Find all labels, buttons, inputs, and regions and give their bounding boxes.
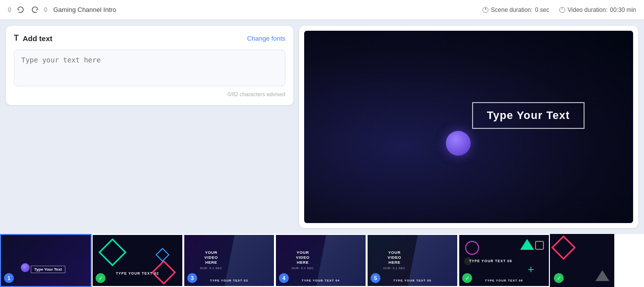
scene-duration-value: 0 sec: [535, 6, 549, 13]
film-3-bottom-text: TYPE YOUR TEXT 03: [210, 279, 248, 282]
scene-duration-label: Scene duration:: [491, 6, 533, 13]
video-duration-value: 00:30 min: [610, 6, 636, 13]
filmstrip-item-1[interactable]: Type Your Text 1: [0, 234, 92, 287]
topbar-right: Scene duration: 0 sec Video duration: 00…: [483, 6, 636, 13]
left-panel: T Add text Change fonts 0/82 characters …: [6, 26, 293, 228]
video-duration: Video duration: 00:30 min: [559, 6, 636, 13]
film-7-triangle: [595, 270, 609, 281]
film-badge-3: 3: [187, 273, 197, 283]
redo-icon: [31, 6, 39, 14]
film-5-bottom-text: TYPE YOUR TEXT 05: [393, 279, 431, 282]
change-fonts-button[interactable]: Change fonts: [247, 35, 285, 42]
filmstrip-item-3[interactable]: YOURVIDEOHEREDUR: 0.1 SEC TYPE YOUR TEXT…: [183, 234, 275, 287]
filmstrip-item-7[interactable]: ✓: [550, 234, 614, 287]
film-check-2: ✓: [96, 273, 106, 283]
film-5-person: [408, 235, 457, 286]
preview-text-box[interactable]: Type Your Text: [472, 102, 585, 129]
shape-rect: [535, 241, 544, 250]
add-text-panel: T Add text Change fonts 0/82 characters …: [6, 26, 293, 105]
film-4-bg: YOURVIDEOHEREDUR: 0.1 SEC TYPE YOUR TEXT…: [276, 235, 366, 286]
filmstrip-item-4[interactable]: YOURVIDEOHEREDUR: 0.1 SEC TYPE YOUR TEXT…: [275, 234, 367, 287]
film-6-bg: + TYPE YOUR TEXT 06 TYPE YOUR TEXT 06: [459, 235, 549, 286]
film-badge-1: 1: [4, 273, 14, 283]
filmstrip-item-6[interactable]: + TYPE YOUR TEXT 06 TYPE YOUR TEXT 06 ✓: [458, 234, 550, 287]
film-4-bottom-text: TYPE YOUR TEXT 04: [302, 279, 340, 282]
filmstrip: Type Your Text 1 TYPE YOUR TEXT 02 ✓ YOU…: [0, 234, 644, 287]
film-3-person: [224, 235, 274, 286]
main-content: T Add text Change fonts 0/82 characters …: [0, 20, 644, 234]
undo-icon: [16, 6, 24, 14]
film-1-bg: Type Your Text: [1, 235, 91, 286]
film-badge-5: 5: [371, 273, 380, 283]
film-5-video-text: YOURVIDEOHEREDUR: 0.1 SEC: [383, 250, 406, 271]
film-4-video-text: YOURVIDEOHEREDUR: 0.1 SEC: [292, 250, 314, 271]
diamond-green-icon: [99, 238, 127, 267]
film-1-text: Type Your Text: [31, 266, 65, 273]
film-5-bg: YOURVIDEOHEREDUR: 0.1 SEC TYPE YOUR TEXT…: [368, 235, 457, 286]
text-input[interactable]: [14, 50, 285, 86]
redo-button[interactable]: [29, 5, 41, 15]
scene-duration: Scene duration: 0 sec: [483, 6, 549, 13]
text-type-icon: T: [14, 34, 19, 43]
film-3-bg: YOURVIDEOHEREDUR: 0.1 SEC TYPE YOUR TEXT…: [184, 235, 274, 286]
film-check-7: ✓: [554, 273, 564, 283]
char-count: 0/82 characters advised: [14, 91, 285, 97]
film-badge-4: 4: [279, 273, 289, 283]
project-title: Gaming Channel Intro: [53, 6, 116, 13]
panel-header: T Add text Change fonts: [14, 34, 285, 43]
shape-triangle-green: [520, 239, 534, 250]
preview-orb: [446, 131, 471, 156]
preview-text: Type Your Text: [487, 109, 570, 122]
film-6-label: TYPE YOUR TEXT 06: [469, 259, 512, 262]
film-2-bg: TYPE YOUR TEXT 02: [93, 235, 182, 286]
preview-canvas: Type Your Text: [304, 31, 633, 223]
panel-header-left: T Add text: [14, 34, 53, 43]
film-6-bottom-text: TYPE YOUR TEXT 06: [485, 279, 523, 282]
preview-panel: Type Your Text: [299, 26, 638, 228]
scene-clock-icon: [483, 7, 488, 13]
film-3-video-text: YOURVIDEOHEREDUR: 0.1 SEC: [200, 250, 222, 271]
shape-circle-purple: [465, 241, 479, 255]
filmstrip-item-5[interactable]: YOURVIDEOHEREDUR: 0.1 SEC TYPE YOUR TEXT…: [367, 234, 458, 287]
topbar: 0 0 Gaming Channel Intro Scene duration:…: [0, 0, 644, 20]
film-check-6: ✓: [462, 273, 472, 283]
film-4-person: [316, 235, 366, 286]
diamond-blue-icon: [156, 248, 169, 262]
topbar-left: 0 0 Gaming Channel Intro: [8, 5, 483, 15]
redo-count: 0: [44, 6, 48, 13]
video-clock-icon: [559, 7, 565, 13]
film-1-orb: [21, 263, 30, 272]
neon-cross-icon: +: [528, 264, 534, 275]
undo-button[interactable]: [14, 5, 26, 15]
undo-count: 0: [8, 6, 11, 13]
filmstrip-item-2[interactable]: TYPE YOUR TEXT 02 ✓: [92, 234, 183, 287]
film-7-diamond: [551, 235, 576, 260]
video-duration-label: Video duration:: [568, 6, 608, 13]
panel-title: Add text: [23, 34, 53, 43]
film-2-label: TYPE YOUR TEXT 02: [116, 272, 159, 275]
